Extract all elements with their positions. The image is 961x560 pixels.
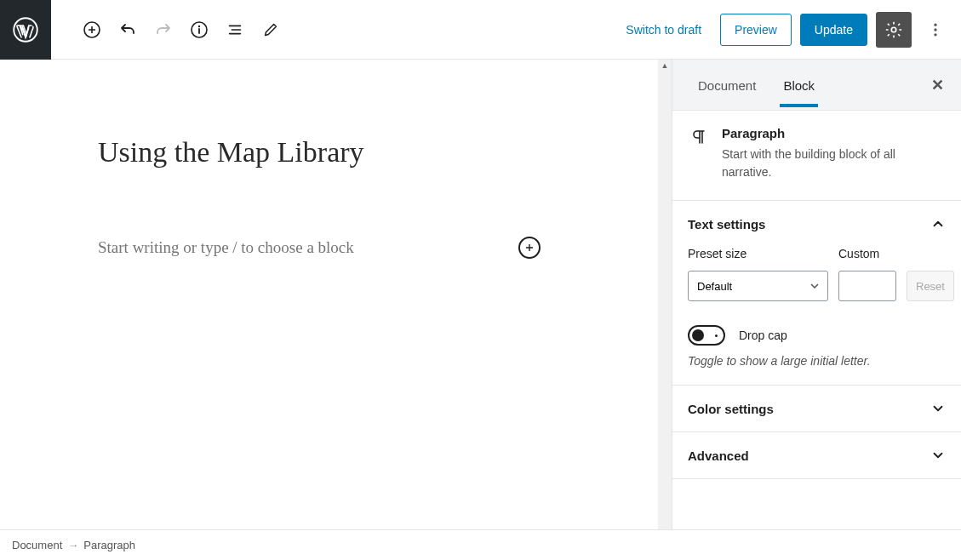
svg-point-4 xyxy=(891,27,896,32)
dots-vertical-icon xyxy=(927,21,944,38)
plus-icon xyxy=(523,242,535,254)
info-button[interactable] xyxy=(184,14,215,45)
block-description: Start with the building block of all nar… xyxy=(722,146,946,181)
drop-cap-hint: Toggle to show a large initial letter. xyxy=(688,354,946,368)
plus-circle-icon xyxy=(82,20,102,40)
custom-size-field: Custom xyxy=(838,247,896,301)
info-icon xyxy=(189,20,209,40)
chevron-down-icon xyxy=(930,401,946,416)
panel-advanced: Advanced xyxy=(672,432,961,479)
block-meta: Paragraph Start with the building block … xyxy=(722,126,946,181)
editor-canvas: Using the Map Library Start writing or t… xyxy=(0,60,672,529)
tab-block[interactable]: Block xyxy=(769,63,828,106)
reset-size-button[interactable]: Reset xyxy=(907,271,954,301)
breadcrumb-separator: → xyxy=(67,539,78,551)
chevron-up-icon xyxy=(930,216,946,231)
paragraph-icon xyxy=(688,126,710,148)
settings-sidebar: Document Block ✕ Paragraph Start with th… xyxy=(672,60,961,529)
update-button[interactable]: Update xyxy=(800,14,867,46)
breadcrumb-root[interactable]: Document xyxy=(12,539,62,551)
svg-point-7 xyxy=(934,33,936,36)
add-block-button[interactable] xyxy=(77,14,107,45)
font-size-row: Preset size Default Custom Reset xyxy=(688,247,946,301)
panel-body-text-settings: Preset size Default Custom Reset xyxy=(672,247,961,385)
more-options-button[interactable] xyxy=(920,12,951,48)
panel-text-settings: Text settings Preset size Default Custom xyxy=(672,201,961,386)
tab-document[interactable]: Document xyxy=(684,63,769,106)
preview-button[interactable]: Preview xyxy=(720,14,792,46)
switch-to-draft-link[interactable]: Switch to draft xyxy=(615,16,712,43)
list-icon xyxy=(226,20,244,39)
panel-head-color-settings[interactable]: Color settings xyxy=(672,386,961,431)
drop-cap-toggle[interactable] xyxy=(688,325,725,346)
breadcrumb-current[interactable]: Paragraph xyxy=(83,539,135,551)
editor-scrollbar[interactable]: ▲ xyxy=(658,60,672,529)
custom-size-input[interactable] xyxy=(838,271,896,301)
svg-point-3 xyxy=(198,25,200,26)
settings-button[interactable] xyxy=(876,12,912,48)
wordpress-icon xyxy=(13,17,38,43)
preset-size-field: Preset size Default xyxy=(688,247,828,301)
wordpress-logo[interactable] xyxy=(0,0,51,60)
panel-title: Advanced xyxy=(688,449,749,463)
preset-size-select[interactable]: Default xyxy=(688,271,828,301)
panel-head-advanced[interactable]: Advanced xyxy=(672,432,961,478)
undo-button[interactable] xyxy=(112,14,143,45)
outline-button[interactable] xyxy=(220,14,250,45)
svg-point-5 xyxy=(934,23,936,26)
add-block-inline-button[interactable] xyxy=(518,237,541,259)
toggle-knob xyxy=(692,329,704,341)
top-toolbar: Switch to draft Preview Update xyxy=(0,0,961,60)
undo-icon xyxy=(117,20,138,40)
gear-icon xyxy=(884,20,903,39)
paragraph-placeholder: Start writing or type / to choose a bloc… xyxy=(98,238,354,257)
chevron-down-icon xyxy=(930,448,946,463)
paragraph-block[interactable]: Start writing or type / to choose a bloc… xyxy=(98,237,541,259)
edit-button[interactable] xyxy=(255,14,286,45)
editor-content: Using the Map Library Start writing or t… xyxy=(0,60,672,276)
custom-size-label: Custom xyxy=(838,247,896,260)
page-title[interactable]: Using the Map Library xyxy=(98,136,586,169)
drop-cap-row: Drop cap xyxy=(688,325,946,346)
main-area: Using the Map Library Start writing or t… xyxy=(0,60,961,529)
breadcrumb: Document → Paragraph xyxy=(0,529,961,560)
sidebar-tabs: Document Block ✕ xyxy=(672,60,961,111)
close-sidebar-button[interactable]: ✕ xyxy=(926,71,949,100)
svg-point-6 xyxy=(934,28,936,31)
block-name: Paragraph xyxy=(722,126,946,140)
toolbar-right: Switch to draft Preview Update xyxy=(615,12,961,48)
panel-title: Color settings xyxy=(688,402,774,416)
panel-color-settings: Color settings xyxy=(672,386,961,432)
pencil-icon xyxy=(261,20,280,39)
toggle-indicator xyxy=(715,334,718,337)
toolbar-left xyxy=(51,14,286,45)
drop-cap-label: Drop cap xyxy=(739,329,787,342)
scroll-up-icon: ▲ xyxy=(658,60,672,71)
preset-size-label: Preset size xyxy=(688,247,828,260)
redo-button[interactable] xyxy=(148,14,179,45)
block-header: Paragraph Start with the building block … xyxy=(672,111,961,201)
panel-title: Text settings xyxy=(688,217,765,231)
panel-head-text-settings[interactable]: Text settings xyxy=(672,201,961,247)
redo-icon xyxy=(153,20,174,40)
